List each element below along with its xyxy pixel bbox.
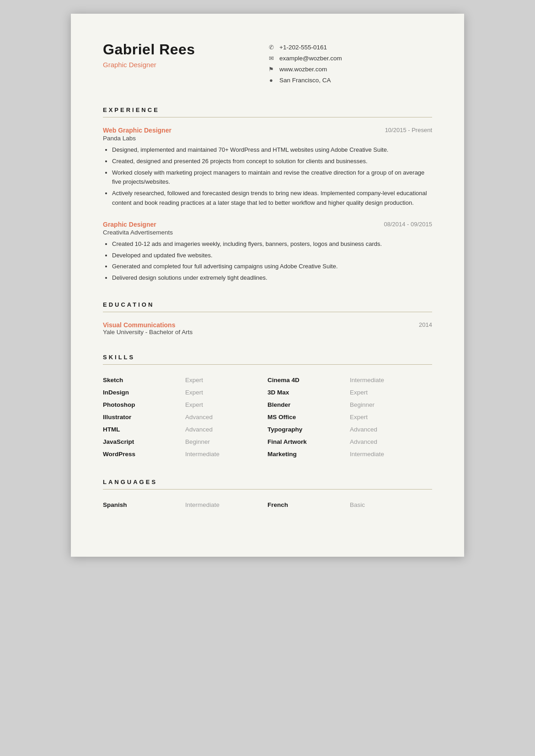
skill-name-cinema4d: Cinema 4D bbox=[268, 374, 350, 386]
exp-bullet-2-4: Delivered design solutions under extreme… bbox=[112, 273, 432, 283]
lang-name-spanish: Spanish bbox=[103, 499, 185, 511]
experience-section-title: EXPERIENCE bbox=[103, 106, 432, 113]
skills-section: SKILLS Sketch Expert Cinema 4D Intermedi… bbox=[103, 354, 432, 460]
skill-level-indesign: Expert bbox=[185, 386, 268, 399]
languages-section: LANGUAGES Spanish Intermediate French Ba… bbox=[103, 479, 432, 511]
education-section: EDUCATION Visual Communications 2014 Yal… bbox=[103, 301, 432, 335]
exp-bullet-1-2: Created, designed and presented 26 proje… bbox=[112, 157, 432, 166]
lang-name-french: French bbox=[268, 499, 350, 511]
skills-section-header: SKILLS bbox=[103, 354, 432, 365]
languages-divider bbox=[103, 489, 432, 490]
edu-item-1: Visual Communications 2014 Yale Universi… bbox=[103, 321, 432, 335]
exp-bullets-1: Designed, implemented and maintained 70+… bbox=[103, 145, 432, 208]
website-value: www.wozber.com bbox=[279, 66, 327, 73]
skill-level-illustrator: Advanced bbox=[185, 411, 268, 423]
edu-header-1: Visual Communications 2014 bbox=[103, 321, 432, 329]
edu-institution-1: Yale University - Bachelor of Arts bbox=[103, 329, 432, 335]
email-value: example@wozber.com bbox=[279, 55, 342, 62]
header-right: ✆ +1-202-555-0161 ✉ example@wozber.com ⚑… bbox=[268, 41, 432, 84]
skill-name-marketing: Marketing bbox=[268, 448, 350, 460]
exp-bullet-2-3: Generated and completed four full advert… bbox=[112, 262, 432, 272]
edu-year-1: 2014 bbox=[419, 321, 432, 328]
header: Gabriel Rees Graphic Designer ✆ +1-202-5… bbox=[103, 41, 432, 84]
skill-name-indesign: InDesign bbox=[103, 386, 185, 399]
exp-bullet-1-1: Designed, implemented and maintained 70+… bbox=[112, 145, 432, 155]
location-value: San Francisco, CA bbox=[279, 77, 331, 84]
skill-level-html: Advanced bbox=[185, 423, 268, 436]
phone-icon: ✆ bbox=[268, 43, 275, 51]
lang-level-french: Basic bbox=[350, 499, 432, 511]
skill-level-3dmax: Expert bbox=[350, 386, 432, 399]
languages-section-header: LANGUAGES bbox=[103, 479, 432, 490]
lang-level-spanish: Intermediate bbox=[185, 499, 268, 511]
skill-name-3dmax: 3D Max bbox=[268, 386, 350, 399]
experience-section-header: EXPERIENCE bbox=[103, 106, 432, 117]
languages-section-title: LANGUAGES bbox=[103, 479, 432, 485]
contact-email: ✉ example@wozber.com bbox=[268, 54, 342, 62]
website-icon: ⚑ bbox=[268, 65, 275, 73]
skill-level-msoffice: Expert bbox=[350, 411, 432, 423]
skill-name-typography: Typography bbox=[268, 423, 350, 436]
skill-level-blender: Beginner bbox=[350, 399, 432, 411]
skill-name-photoshop: Photoshop bbox=[103, 399, 185, 411]
experience-section: EXPERIENCE Web Graphic Designer 10/2015 … bbox=[103, 106, 432, 283]
skill-name-html: HTML bbox=[103, 423, 185, 436]
skills-grid: Sketch Expert Cinema 4D Intermediate InD… bbox=[103, 374, 432, 460]
skill-level-cinema4d: Intermediate bbox=[350, 374, 432, 386]
exp-bullet-1-4: Actively researched, followed and foreca… bbox=[112, 189, 432, 208]
email-icon: ✉ bbox=[268, 54, 275, 62]
exp-bullet-1-3: Worked closely with marketing project ma… bbox=[112, 168, 432, 187]
location-icon: ● bbox=[268, 76, 275, 84]
candidate-title: Graphic Designer bbox=[103, 61, 268, 69]
skill-name-sketch: Sketch bbox=[103, 374, 185, 386]
exp-bullet-2-1: Created 10-12 ads and imageries weekly, … bbox=[112, 240, 432, 249]
skill-level-typography: Advanced bbox=[350, 423, 432, 436]
exp-bullet-2-2: Developed and updated five websites. bbox=[112, 251, 432, 261]
exp-header-2: Graphic Designer 08/2014 - 09/2015 bbox=[103, 221, 432, 228]
contact-phone: ✆ +1-202-555-0161 bbox=[268, 43, 327, 51]
phone-value: +1-202-555-0161 bbox=[279, 44, 327, 51]
languages-grid: Spanish Intermediate French Basic bbox=[103, 499, 432, 511]
education-section-header: EDUCATION bbox=[103, 301, 432, 312]
experience-divider bbox=[103, 117, 432, 117]
skill-name-msoffice: MS Office bbox=[268, 411, 350, 423]
education-divider bbox=[103, 312, 432, 312]
exp-header-1: Web Graphic Designer 10/2015 - Present bbox=[103, 127, 432, 134]
candidate-name: Gabriel Rees bbox=[103, 41, 268, 58]
skill-level-wordpress: Intermediate bbox=[185, 448, 268, 460]
skill-name-javascript: JavaScript bbox=[103, 436, 185, 448]
contact-website: ⚑ www.wozber.com bbox=[268, 65, 327, 73]
exp-item-2: Graphic Designer 08/2014 - 09/2015 Creat… bbox=[103, 221, 432, 283]
resume-page: Gabriel Rees Graphic Designer ✆ +1-202-5… bbox=[71, 14, 464, 557]
exp-date-1: 10/2015 - Present bbox=[385, 127, 432, 133]
exp-company-2: Creativita Advertisements bbox=[103, 229, 432, 236]
skill-level-photoshop: Expert bbox=[185, 399, 268, 411]
header-left: Gabriel Rees Graphic Designer bbox=[103, 41, 268, 69]
skill-level-javascript: Beginner bbox=[185, 436, 268, 448]
exp-item-1: Web Graphic Designer 10/2015 - Present P… bbox=[103, 127, 432, 208]
skill-name-blender: Blender bbox=[268, 399, 350, 411]
exp-job-title-1: Web Graphic Designer bbox=[103, 127, 171, 134]
exp-bullets-2: Created 10-12 ads and imageries weekly, … bbox=[103, 240, 432, 283]
exp-company-1: Panda Labs bbox=[103, 135, 432, 142]
skills-divider bbox=[103, 364, 432, 365]
skill-name-finalartwork: Final Artwork bbox=[268, 436, 350, 448]
education-section-title: EDUCATION bbox=[103, 301, 432, 308]
contact-location: ● San Francisco, CA bbox=[268, 76, 331, 84]
skill-level-marketing: Intermediate bbox=[350, 448, 432, 460]
skill-name-illustrator: Illustrator bbox=[103, 411, 185, 423]
skill-name-wordpress: WordPress bbox=[103, 448, 185, 460]
exp-date-2: 08/2014 - 09/2015 bbox=[384, 221, 432, 228]
exp-job-title-2: Graphic Designer bbox=[103, 221, 156, 228]
skill-level-sketch: Expert bbox=[185, 374, 268, 386]
skill-level-finalartwork: Advanced bbox=[350, 436, 432, 448]
edu-degree-1: Visual Communications bbox=[103, 321, 175, 329]
skills-section-title: SKILLS bbox=[103, 354, 432, 361]
